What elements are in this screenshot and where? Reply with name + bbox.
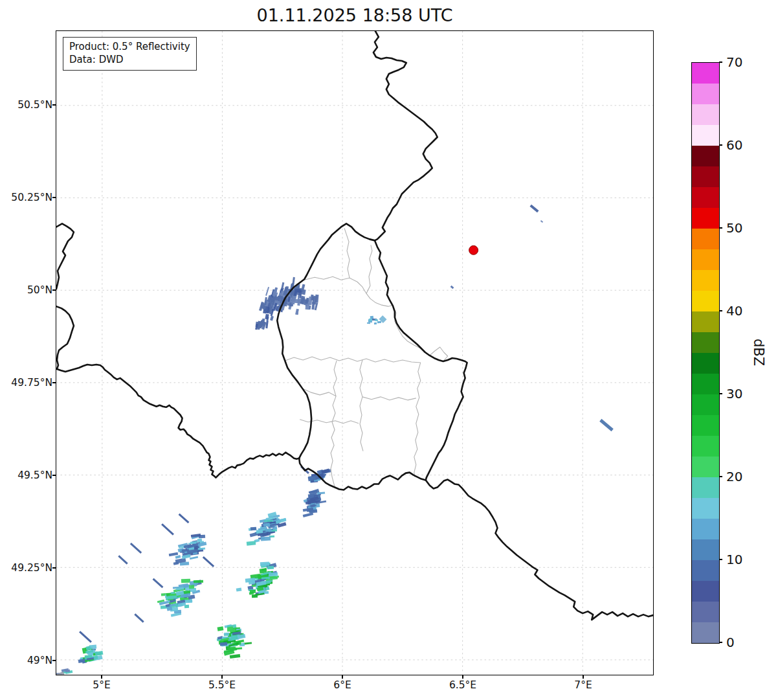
- map-plot-area: [56, 30, 654, 675]
- x-axis-tick: [221, 675, 222, 679]
- colorbar-segment: [692, 498, 719, 519]
- radar-echo-streak: [153, 578, 164, 588]
- colorbar-segment: [692, 249, 719, 271]
- radar-echo-streak: [529, 205, 539, 213]
- radar-echo-bin: [168, 595, 177, 599]
- radar-echo-bin: [301, 289, 306, 295]
- radar-echo-bin: [261, 536, 271, 540]
- radar-echo-bin: [236, 587, 242, 591]
- radar-figure: 01.11.2025 18:58 UTC Product: 0.5° Refle…: [0, 0, 778, 700]
- radar-echo-bin: [303, 512, 314, 517]
- radar-echo-streak: [300, 466, 309, 474]
- radar-echo-bin: [250, 527, 256, 530]
- colorbar-segment: [692, 187, 719, 209]
- colorbar-segment: [692, 560, 719, 581]
- radar-echo-streak: [540, 220, 543, 223]
- radar-echo-streak: [203, 556, 214, 567]
- radar-echo-bin: [194, 580, 203, 583]
- x-axis-tick: [462, 675, 463, 679]
- radar-echo-streak: [179, 513, 190, 523]
- colorbar-tick-label: 50: [726, 220, 742, 236]
- y-axis-tick-label: 50.5°N: [17, 99, 52, 111]
- colorbar-segment: [692, 539, 719, 561]
- y-axis-tick: [52, 382, 56, 383]
- colorbar-segment: [692, 415, 719, 436]
- x-axis-tick-label: 6°E: [333, 679, 351, 691]
- y-axis-tick-label: 49.5°N: [17, 469, 52, 481]
- radar-echo-bin: [264, 591, 269, 594]
- y-axis-tick: [52, 567, 56, 568]
- x-axis-tick: [583, 675, 583, 679]
- y-axis-tick: [52, 660, 56, 660]
- colorbar-segment: [692, 353, 719, 374]
- colorbar-segment: [692, 311, 719, 333]
- radar-echo-bin: [184, 605, 190, 608]
- colorbar-tick: [719, 559, 722, 559]
- colorbar-segment: [692, 229, 719, 250]
- radar-echo-layer: [56, 31, 653, 675]
- radar-echo-bin: [166, 606, 172, 611]
- colorbar-tick: [719, 310, 722, 311]
- radar-echo-streak: [118, 555, 128, 564]
- product-line: Product: 0.5° Reflectivity: [69, 40, 190, 53]
- colorbar-tick: [719, 642, 722, 642]
- colorbar-segment: [692, 457, 719, 478]
- radar-echo-bin: [377, 321, 381, 323]
- radar-echo-bin: [295, 308, 299, 314]
- colorbar-segment: [692, 84, 719, 105]
- product-info-box: Product: 0.5° Reflectivity Data: DWD: [63, 37, 197, 71]
- radar-echo-streak: [450, 285, 454, 289]
- y-axis-tick: [52, 104, 56, 105]
- radar-echo-bin: [260, 562, 269, 567]
- radar-echo-bin: [247, 541, 256, 545]
- y-axis-tick-label: 49°N: [27, 655, 52, 666]
- radar-echo-bin: [230, 654, 240, 659]
- radar-echo-bin: [223, 633, 228, 637]
- colorbar-tick: [719, 62, 722, 62]
- x-axis-tick: [101, 675, 102, 679]
- x-axis-tick-label: 5.5°E: [208, 679, 236, 691]
- x-axis-tick-label: 5°E: [93, 679, 110, 691]
- colorbar-segment: [692, 581, 719, 602]
- colorbar-segment: [692, 146, 719, 167]
- x-axis-tick-label: 6.5°E: [449, 679, 476, 691]
- radar-echo-bin: [317, 473, 324, 478]
- radar-echo-bin: [367, 322, 371, 324]
- colorbar-segment: [692, 104, 719, 126]
- colorbar-tick-label: 70: [726, 54, 742, 70]
- colorbar-segment: [692, 166, 719, 188]
- colorbar-segment: [692, 125, 719, 146]
- colorbar-segment: [692, 63, 719, 84]
- radar-echo-streak: [130, 543, 142, 554]
- colorbar-tick-label: 40: [726, 303, 742, 319]
- radar-echo-streak: [56, 672, 64, 675]
- radar-echo-streak: [599, 418, 614, 431]
- colorbar: [691, 62, 720, 644]
- colorbar-segment: [692, 374, 719, 395]
- y-axis-tick: [52, 197, 56, 198]
- radar-echo-bin: [237, 634, 245, 640]
- x-axis-tick: [342, 675, 342, 679]
- colorbar-tick: [719, 476, 722, 477]
- colorbar-label: dBZ: [751, 339, 766, 366]
- y-axis-tick-label: 50.25°N: [11, 192, 52, 203]
- colorbar-segment: [692, 208, 719, 229]
- radar-echo-bin: [265, 321, 269, 329]
- radar-echo-bin: [270, 316, 274, 321]
- radar-echo-streak: [161, 523, 174, 535]
- x-axis-tick-label: 7°E: [574, 679, 592, 691]
- y-axis-tick: [52, 475, 56, 475]
- radar-echo-bin: [217, 626, 223, 631]
- radar-echo-bin: [232, 631, 241, 635]
- colorbar-segment: [692, 332, 719, 354]
- colorbar-tick-label: 0: [726, 635, 735, 650]
- colorbar-segment: [692, 291, 719, 312]
- radar-echo-bin: [368, 319, 372, 321]
- y-axis-tick: [52, 289, 56, 290]
- colorbar-segment: [692, 519, 719, 540]
- radar-echo-streak: [134, 613, 144, 622]
- radar-echo-bin: [265, 528, 272, 532]
- radar-echo-bin: [374, 322, 377, 325]
- data-source-line: Data: DWD: [69, 53, 190, 66]
- y-axis-tick-label: 50°N: [27, 284, 52, 296]
